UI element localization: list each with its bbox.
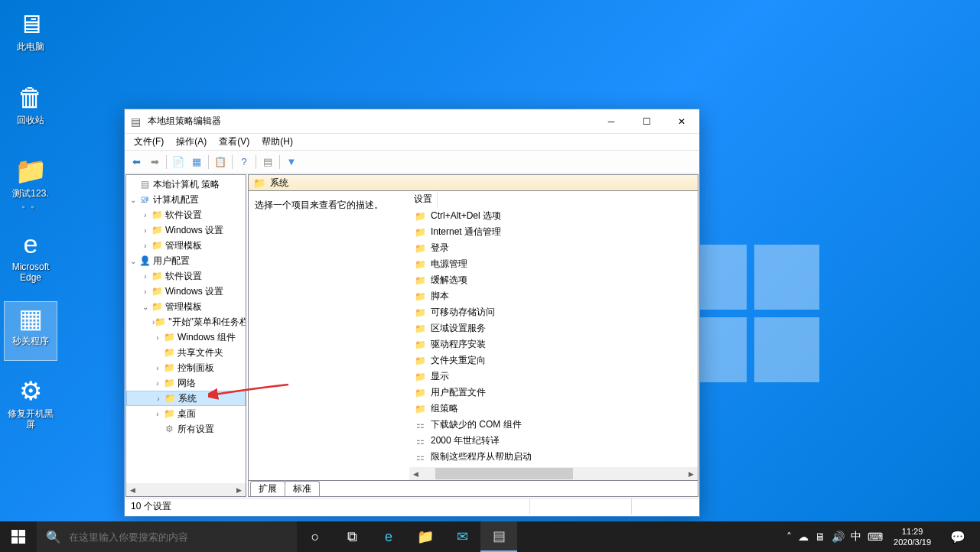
tree-node[interactable]: ›📁"开始"菜单和任务栏 <box>126 314 246 330</box>
desktop-icon-recycle-bin[interactable]: 🗑回收站 <box>4 81 57 141</box>
menu-item[interactable]: 查看(V) <box>213 134 256 150</box>
cortana-button[interactable]: ○ <box>297 521 334 552</box>
list-item[interactable]: 📁可移动存储访问 <box>409 304 698 320</box>
tree-twist-icon[interactable]: › <box>152 364 163 372</box>
taskbar-mail[interactable]: ✉ <box>444 521 480 552</box>
start-button[interactable] <box>0 521 37 552</box>
tree-node[interactable]: ›📁Windows 设置 <box>126 222 246 238</box>
action-center-button[interactable]: 💬 <box>942 521 974 552</box>
tree-twist-icon[interactable]: ⌄ <box>128 257 138 265</box>
scroll-left-button[interactable]: ◀ <box>409 467 422 480</box>
tab-standard[interactable]: 标准 <box>285 481 320 496</box>
tree-node[interactable]: ›📁桌面 <box>126 406 246 421</box>
tray-volume-icon[interactable]: 🔊 <box>832 531 845 543</box>
up-button[interactable]: 📄 <box>170 154 187 170</box>
titlebar[interactable]: ▤ 本地组策略编辑器 ─ ☐ ✕ <box>125 109 699 134</box>
maximize-button[interactable]: ☐ <box>629 109 664 134</box>
help-button[interactable]: ? <box>236 154 252 170</box>
tree-twist-icon[interactable]: ⌄ <box>140 303 151 311</box>
list-item[interactable]: 📁Ctrl+Alt+Del 选项 <box>409 208 698 224</box>
tree-node[interactable]: ›📁系统 <box>126 391 246 406</box>
tree-twist-icon[interactable]: › <box>140 242 151 250</box>
list-item[interactable]: ⚏2000 年世纪转译 <box>409 433 698 449</box>
tree-twist-icon[interactable]: › <box>152 425 163 433</box>
close-button[interactable]: ✕ <box>664 109 699 134</box>
tray-clock[interactable]: 11:29 2020/3/19 <box>889 526 936 547</box>
list-item[interactable]: 📁显示 <box>409 369 698 385</box>
tree-twist-icon[interactable]: ⌄ <box>128 196 138 204</box>
list-item[interactable]: 📁缓解选项 <box>409 272 698 288</box>
list-item[interactable]: 📁组策略 <box>409 401 698 417</box>
tab-extended[interactable]: 扩展 <box>250 481 285 496</box>
svg-rect-2 <box>11 537 18 544</box>
list-item[interactable]: 📁区域设置服务 <box>409 320 698 336</box>
desktop-icon-test-folder[interactable]: 📁测试123. 。。 <box>4 154 57 214</box>
taskbar-explorer[interactable]: 📁 <box>407 521 444 552</box>
tree-twist-icon[interactable]: › <box>140 226 151 235</box>
tree-twist-icon[interactable]: › <box>152 333 163 342</box>
list-item[interactable]: ⚏限制这些程序从帮助启动 <box>409 449 698 465</box>
tree-node[interactable]: ›📁软件设置 <box>126 268 246 284</box>
minimize-button[interactable]: ─ <box>594 109 629 134</box>
filter-button[interactable]: ▼ <box>283 154 300 170</box>
taskbar-edge[interactable]: e <box>370 521 407 552</box>
taskbar-gpedit[interactable]: ▤ <box>480 521 517 552</box>
tray-ime-indicator[interactable]: 中 <box>851 530 861 544</box>
menu-item[interactable]: 帮助(H) <box>256 134 299 150</box>
tree-twist-icon[interactable]: › <box>140 287 151 296</box>
back-button[interactable]: ⬅ <box>128 154 145 170</box>
desktop-icon-edge[interactable]: eMicrosoft Edge <box>4 228 57 287</box>
list-item[interactable]: 📁登录 <box>409 240 698 256</box>
desktop-icon-this-pc[interactable]: 🖥此电脑 <box>4 8 57 67</box>
tree-node[interactable]: ›📁Windows 组件 <box>126 330 246 345</box>
tree-node[interactable]: ⌄🖳计算机配置 <box>126 192 246 207</box>
tray-chevron-icon[interactable]: ˄ <box>786 531 792 543</box>
tree-node[interactable]: ›📁共享文件夹 <box>126 345 246 360</box>
settings-column-header[interactable]: 设置 <box>409 191 438 208</box>
tree-node[interactable]: ›⚙所有设置 <box>126 421 246 437</box>
tree-twist-icon[interactable]: › <box>140 272 151 281</box>
tree-node[interactable]: ›📁管理模板 <box>126 238 246 253</box>
show-hide-tree-button[interactable]: ▦ <box>188 154 205 170</box>
desktop-icon-label: 此电脑 <box>17 41 44 52</box>
export-button[interactable]: 📋 <box>212 154 229 170</box>
tree-twist-icon[interactable]: › <box>152 410 163 418</box>
tree-horizontal-scrollbar[interactable]: ◀ ▶ <box>126 483 246 496</box>
list-item[interactable]: ⚏下载缺少的 COM 组件 <box>409 417 698 433</box>
list-item[interactable]: 📁脚本 <box>409 288 698 304</box>
tree-node[interactable]: ›▤本地计算机 策略 <box>126 177 246 192</box>
tray-network-icon[interactable]: 🖥 <box>815 531 825 543</box>
menu-item[interactable]: 文件(F) <box>128 134 170 150</box>
tree-node[interactable]: ›📁控制面板 <box>126 360 246 375</box>
task-view-button[interactable]: ⧉ <box>334 521 370 552</box>
list-item[interactable]: 📁电源管理 <box>409 256 698 272</box>
tree-twist-icon[interactable]: › <box>128 180 138 189</box>
menu-item[interactable]: 操作(A) <box>170 134 213 150</box>
list-item[interactable]: 📁驱动程序安装 <box>409 336 698 352</box>
list-horizontal-scrollbar[interactable]: ◀ ▶ <box>409 467 698 480</box>
desktop-icon-shutdown-app[interactable]: ▦秒关程序 <box>4 301 57 361</box>
properties-button[interactable]: ▤ <box>259 154 276 170</box>
search-input[interactable] <box>69 531 288 543</box>
taskbar-search[interactable]: 🔍 <box>37 521 297 552</box>
tray-onedrive-icon[interactable]: ☁ <box>798 531 809 543</box>
tree-twist-icon[interactable]: › <box>152 349 163 357</box>
tree-node[interactable]: ›📁Windows 设置 <box>126 284 246 299</box>
scroll-right-button[interactable]: ▶ <box>233 483 246 496</box>
tree-node[interactable]: ›📁软件设置 <box>126 207 246 222</box>
list-item[interactable]: 📁文件夹重定向 <box>409 352 698 369</box>
scroll-right-button[interactable]: ▶ <box>685 467 698 480</box>
tree-node[interactable]: ›📁网络 <box>126 375 246 391</box>
desktop-icon-repair-app[interactable]: ⚙修复开机黑屏 <box>4 375 57 434</box>
list-item[interactable]: 📁Internet 通信管理 <box>409 224 698 240</box>
tree-node[interactable]: ⌄👤用户配置 <box>126 253 246 268</box>
tree-twist-icon[interactable]: › <box>153 395 164 403</box>
tree-twist-icon[interactable]: › <box>152 379 163 388</box>
scroll-left-button[interactable]: ◀ <box>126 483 139 496</box>
setting-icon: ⚏ <box>414 451 426 463</box>
tree-node[interactable]: ⌄📁管理模板 <box>126 299 246 314</box>
forward-button[interactable]: ➡ <box>146 154 163 170</box>
list-item[interactable]: 📁用户配置文件 <box>409 385 698 401</box>
tray-keyboard-icon[interactable]: ⌨ <box>868 531 883 543</box>
tree-twist-icon[interactable]: › <box>140 211 151 219</box>
